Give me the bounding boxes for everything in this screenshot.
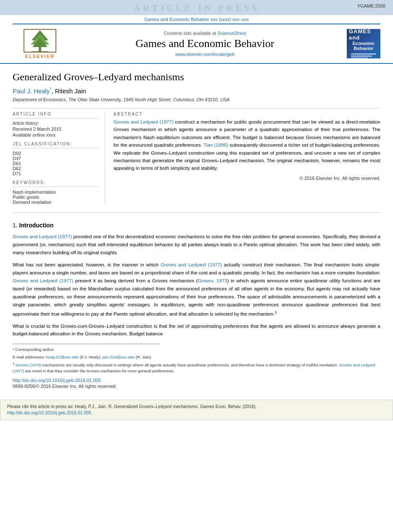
doi-area: http://dx.doi.org/10.1016/j.geb.2016.01.… bbox=[13, 378, 380, 390]
journal-ref-line: Games and Economic Behavior xxx (xxxx) x… bbox=[0, 15, 393, 23]
intro-title: 1. Introduction bbox=[13, 222, 380, 229]
email2-link[interactable]: jain.224@osu.edu bbox=[103, 355, 135, 359]
article-title: Generalized Groves–Ledyard mechanisms bbox=[13, 71, 380, 83]
article-info-divider-top bbox=[13, 108, 380, 108]
footnote-1: 1 Groves (1973) mechanisms are usually o… bbox=[13, 361, 380, 374]
citation-text-prefix: Please cite this article in press as: He… bbox=[7, 404, 257, 409]
intro-para2: What has not been appreciated, however, … bbox=[13, 261, 380, 318]
abstract-link-groves1977[interactable]: Groves and Ledyard (1977) bbox=[113, 119, 174, 124]
main-content: Generalized Groves–Ledyard mechanisms Pa… bbox=[0, 64, 393, 394]
intro-section-num: 1. bbox=[13, 222, 18, 229]
games-logo-line-1 bbox=[351, 53, 376, 55]
author1-link[interactable]: Paul J. Healy bbox=[13, 87, 50, 95]
journal-main-title: Games and Economic Behavior bbox=[67, 37, 343, 50]
article-info-divider bbox=[13, 118, 98, 119]
jel-title: JEL classification: bbox=[13, 142, 98, 146]
citation-bar: Please cite this article in press as: He… bbox=[0, 400, 393, 421]
citation-doi-link[interactable]: http://dx.doi.org/10.1016/j.geb.2016.01.… bbox=[7, 410, 91, 415]
games-logo-box: GAMES and Economic Behavior bbox=[343, 29, 380, 58]
fn1-text1: mechanisms are usually only discussed in… bbox=[41, 363, 339, 367]
intro-link-gl1977-p2[interactable]: Groves and Ledyard (1977) bbox=[161, 262, 222, 267]
jel-d71: D71 bbox=[13, 171, 98, 176]
intro-section: 1. Introduction Groves and Ledyard (1977… bbox=[13, 222, 380, 338]
footnote-ref-1: 1 bbox=[274, 310, 277, 314]
email-label: E-mail addresses: bbox=[13, 355, 46, 359]
article-id: YGAME:2500 bbox=[357, 3, 385, 8]
abstract-text: Groves and Ledyard (1977) construct a me… bbox=[113, 118, 380, 172]
email2-name: (R. Jain). bbox=[135, 355, 152, 359]
elsevier-wordmark: ELSEVIER bbox=[25, 54, 55, 59]
abstract-title: ABSTRACT bbox=[113, 112, 380, 116]
intro-link-gl1977-p3[interactable]: Groves and Ledyard (1977) bbox=[13, 278, 73, 283]
intro-para1: Groves and Ledyard (1977) provided one o… bbox=[13, 233, 380, 257]
history-label: Article history: bbox=[13, 121, 98, 126]
two-col-layout: ARTICLE INFO Article history: Received 2… bbox=[13, 112, 380, 205]
journal-title-center: Contents lists available at ScienceDirec… bbox=[67, 31, 343, 57]
footnote-corresponding: * Corresponding author. bbox=[13, 347, 380, 353]
keyword-public: Public goods bbox=[13, 195, 98, 200]
email1-name: (P.J. Healy), bbox=[79, 355, 102, 359]
games-logo-line-2 bbox=[351, 55, 372, 57]
issn-line: 0899-8256/© 2016 Elsevier Inc. All right… bbox=[13, 384, 117, 389]
jel-d61: D61 bbox=[13, 161, 98, 166]
elsevier-logo-box: ELSEVIER bbox=[13, 29, 67, 59]
jel-d02: D02 bbox=[13, 151, 98, 156]
fn1-text2: are novel in that they consider the Grov… bbox=[24, 369, 174, 373]
keyword-demand: Demand revelation bbox=[13, 200, 98, 205]
author1-sup: * bbox=[50, 87, 51, 92]
received-date: Received 2 March 2015 bbox=[13, 126, 98, 132]
copyright-line: © 2016 Elsevier Inc. All rights reserved… bbox=[113, 176, 380, 181]
intro-top-divider bbox=[13, 212, 380, 213]
jel-d62: D62 bbox=[13, 166, 98, 171]
games-logo: GAMES and Economic Behavior bbox=[347, 29, 380, 58]
email1-link[interactable]: healy.52@osu.edu bbox=[46, 355, 79, 359]
intro-para3: What is crucial to the Groves-cum-Groves… bbox=[13, 322, 380, 338]
elsevier-tree-icon bbox=[23, 29, 57, 53]
journal-url[interactable]: www.elsevier.com/locate/geb bbox=[67, 52, 343, 57]
article-in-press-banner: ARTICLE IN PRESS YGAME:2500 bbox=[0, 0, 393, 15]
footnote-divider bbox=[13, 344, 160, 344]
jel-divider bbox=[13, 148, 98, 148]
intro-link-groves1973[interactable]: Groves, 1973 bbox=[198, 278, 227, 283]
affiliation-line: Department of Economics, The Ohio State … bbox=[13, 97, 380, 102]
jel-d47: D47 bbox=[13, 156, 98, 161]
abstract-col: ABSTRACT Groves and Ledyard (1977) const… bbox=[113, 112, 380, 205]
keywords-divider bbox=[13, 187, 98, 187]
article-info-title: ARTICLE INFO bbox=[13, 112, 98, 116]
intro-link-gl1977-p1[interactable]: Groves and Ledyard (1977) bbox=[13, 234, 72, 239]
footnote-emails: E-mail addresses: healy.52@osu.edu (P.J.… bbox=[13, 354, 380, 360]
doi-link[interactable]: http://dx.doi.org/10.1016/j.geb.2016.01.… bbox=[13, 378, 380, 383]
science-direct-link[interactable]: ScienceDirect bbox=[217, 31, 246, 36]
intro-section-name: Introduction bbox=[19, 222, 54, 229]
science-direct-line: Contents lists available at ScienceDirec… bbox=[67, 31, 343, 36]
aip-text: ARTICLE IN PRESS bbox=[134, 3, 259, 13]
games-logo-line-3 bbox=[351, 58, 368, 59]
keyword-nash: Nash implementation bbox=[13, 190, 98, 195]
games-logo-text-games: GAMES and bbox=[349, 28, 378, 41]
games-logo-text-economic: Economic bbox=[353, 41, 375, 46]
article-info-col: ARTICLE INFO Article history: Received 2… bbox=[13, 112, 105, 205]
science-direct-prefix: Contents lists available at bbox=[164, 31, 218, 36]
authors-line: Paul J. Healy*, Ritesh Jain bbox=[13, 87, 380, 95]
fn1-groves1973-link[interactable]: Groves (1973) bbox=[16, 363, 41, 367]
games-logo-lines bbox=[351, 53, 376, 60]
footnote-corresponding-label: * Corresponding author. bbox=[13, 347, 55, 352]
games-logo-text-behavior: Behavior bbox=[353, 46, 373, 51]
footnote-1-sup: 1 bbox=[13, 362, 14, 366]
author2: Ritesh Jain bbox=[55, 87, 86, 95]
available-online: Available online xxxx bbox=[13, 132, 98, 137]
keywords-title: Keywords: bbox=[13, 180, 98, 185]
journal-ref-text: Games and Economic Behavior xxx (xxxx) x… bbox=[144, 17, 249, 22]
journal-header: ELSEVIER Contents lists available at Sci… bbox=[0, 24, 393, 64]
abstract-link-tian[interactable]: Tian (1996) bbox=[203, 142, 228, 147]
